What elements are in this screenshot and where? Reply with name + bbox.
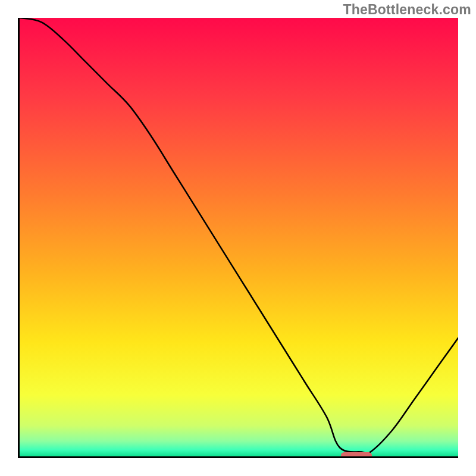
bottleneck-curve [20, 18, 458, 456]
plot-area [18, 18, 458, 458]
optimal-range-marker [341, 452, 372, 458]
watermark-text: TheBottleneck.com [343, 2, 471, 18]
